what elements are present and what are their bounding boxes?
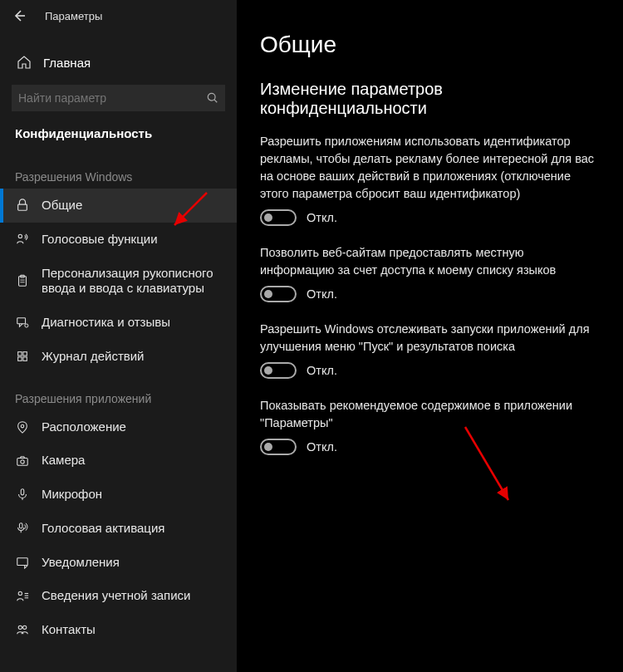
setting-desc: Разрешить Windows отслеживать запуски пр…: [260, 321, 600, 356]
section-app-permissions: Разрешения приложений: [0, 374, 237, 410]
nav-activity-history[interactable]: Журнал действий: [0, 340, 237, 374]
svg-point-15: [21, 424, 24, 428]
nav-location[interactable]: Расположение: [0, 410, 237, 444]
timeline-icon: [15, 349, 30, 364]
svg-rect-20: [19, 523, 22, 528]
nav-label: Контакты: [42, 622, 222, 638]
nav-label: Персонализация рукописного ввода и ввода…: [42, 266, 222, 297]
setting-desc: Показывать рекомендуемое содержимое в пр…: [260, 397, 600, 432]
setting-suggested-content: Показывать рекомендуемое содержимое в пр…: [260, 397, 600, 455]
arrow-left-icon: [12, 9, 26, 22]
nav-microphone[interactable]: Микрофон: [0, 478, 237, 512]
nav-general[interactable]: Общие: [0, 189, 237, 223]
voice-activation-icon: [15, 521, 30, 536]
home-label: Главная: [43, 56, 91, 70]
nav-label: Камера: [42, 453, 222, 468]
svg-rect-3: [18, 204, 27, 210]
nav-label: Микрофон: [42, 487, 222, 503]
lock-icon: [15, 198, 30, 213]
nav-label: Расположение: [42, 419, 222, 435]
svg-rect-9: [17, 318, 26, 324]
nav-camera[interactable]: Камера: [0, 444, 237, 478]
svg-point-4: [18, 234, 22, 238]
account-info-icon: [15, 589, 30, 604]
nav-notifications[interactable]: Уведомления: [0, 546, 237, 580]
svg-rect-16: [17, 458, 27, 465]
setting-desc: Позволить веб-сайтам предоставлять местн…: [260, 244, 600, 279]
toggle-state: Откл.: [307, 211, 337, 224]
svg-point-1: [208, 93, 215, 101]
nav-inking-typing[interactable]: Персонализация рукописного ввода и ввода…: [0, 257, 237, 307]
speech-icon: [15, 232, 30, 247]
toggle-state: Откл.: [307, 440, 337, 454]
setting-advertising-id: Разрешить приложениям использовать идент…: [260, 133, 600, 226]
sub-heading: Изменение параметров конфиденциальности: [260, 80, 600, 118]
page-heading: Общие: [260, 32, 600, 58]
search-input[interactable]: [18, 91, 207, 105]
microphone-icon: [15, 487, 30, 502]
nav-account-info[interactable]: Сведения учетной записи: [0, 579, 237, 613]
svg-line-2: [214, 100, 217, 102]
nav-label: Журнал действий: [42, 349, 222, 365]
home-icon: [17, 55, 32, 70]
content: Общие Изменение параметров конфиденциаль…: [237, 0, 623, 672]
svg-point-27: [18, 626, 22, 630]
notifications-icon: [15, 555, 30, 570]
location-icon: [15, 419, 30, 434]
svg-point-28: [23, 626, 27, 630]
nav-label: Уведомления: [42, 555, 222, 571]
setting-desc: Разрешить приложениям использовать идент…: [260, 133, 600, 203]
toggle-app-launch-tracking[interactable]: [260, 362, 297, 379]
toggle-state: Откл.: [307, 287, 337, 301]
toggle-suggested-content[interactable]: [260, 439, 297, 455]
titlebar: Параметры: [0, 0, 237, 32]
category-title: Конфиденциальность: [0, 123, 237, 152]
svg-point-23: [18, 591, 22, 595]
back-button[interactable]: [10, 7, 28, 25]
setting-language-list: Позволить веб-сайтам предоставлять местн…: [260, 244, 600, 302]
svg-rect-12: [23, 352, 27, 356]
toggle-advertising-id[interactable]: [260, 209, 297, 226]
feedback-icon: [15, 315, 30, 330]
svg-rect-18: [21, 489, 24, 495]
contacts-icon: [15, 622, 30, 637]
clipboard-icon: [15, 273, 30, 288]
nav-label: Общие: [42, 198, 222, 213]
nav-diagnostics[interactable]: Диагностика и отзывы: [0, 306, 237, 340]
toggle-language-list[interactable]: [260, 286, 297, 302]
svg-rect-11: [18, 352, 22, 356]
toggle-state: Откл.: [307, 364, 337, 377]
svg-rect-13: [18, 357, 22, 361]
section-windows-permissions: Разрешения Windows: [0, 152, 237, 189]
svg-rect-14: [23, 357, 27, 361]
nav-label: Сведения учетной записи: [42, 588, 222, 604]
nav-speech[interactable]: Голосовые функции: [0, 223, 237, 257]
svg-point-17: [21, 459, 24, 463]
home-nav[interactable]: Главная: [0, 47, 237, 78]
search-icon: [207, 92, 218, 104]
search-box[interactable]: [12, 85, 225, 111]
window-title: Параметры: [45, 10, 102, 22]
nav-label: Голосовые функции: [42, 232, 222, 248]
svg-rect-22: [17, 558, 27, 566]
nav-label: Голосовая активация: [42, 521, 222, 537]
nav-voice-activation[interactable]: Голосовая активация: [0, 512, 237, 546]
svg-point-10: [25, 324, 28, 327]
nav-label: Диагностика и отзывы: [42, 315, 222, 331]
sidebar: Параметры Главная Конфиденциальность Раз…: [0, 0, 237, 672]
nav-contacts[interactable]: Контакты: [0, 613, 237, 647]
setting-app-launch-tracking: Разрешить Windows отслеживать запуски пр…: [260, 321, 600, 379]
camera-icon: [15, 454, 30, 468]
